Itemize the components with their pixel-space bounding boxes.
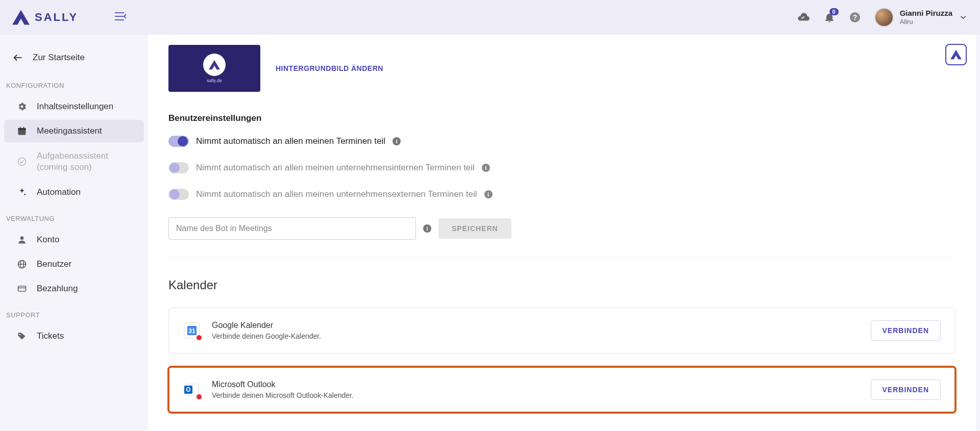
sidebar-item-users[interactable]: Benutzer [4, 253, 144, 275]
sidebar-item-label: Tickets [37, 331, 64, 341]
svg-point-11 [20, 237, 24, 240]
user-name: Gianni Piruzza [900, 9, 952, 18]
sidebar-item-label: Bezahlung [37, 284, 78, 294]
sidebar: Zur Startseite KONFIGURATION Inhaltseins… [0, 35, 148, 431]
sally-logo-icon [12, 10, 30, 25]
back-to-home-link[interactable]: Zur Startseite [0, 45, 148, 70]
sidebar-item-label: Benutzer [37, 259, 71, 269]
back-label: Zur Startseite [33, 53, 85, 63]
svg-text:O: O [186, 386, 190, 393]
main-content: sally.de HINTERGRUNDBILD ÄNDERN Benutzer… [148, 35, 976, 431]
avatar [874, 8, 894, 27]
chevron-down-icon [959, 13, 968, 22]
svg-rect-7 [18, 128, 26, 130]
user-settings-heading: Benutzereinstellungen [168, 113, 955, 123]
sidebar-item-content-settings[interactable]: Inhaltseinstellungen [4, 95, 144, 118]
notifications-button[interactable]: 0 [823, 11, 836, 23]
brand-name: SALLY [35, 11, 78, 24]
sidebar-item-account[interactable]: Konto [4, 229, 144, 251]
check-circle-icon [16, 157, 28, 167]
section-label-support: SUPPORT [0, 302, 148, 323]
globe-icon [16, 259, 28, 269]
background-thumbnail: sally.de [168, 45, 260, 92]
calendar-title: Microsoft Outlook [212, 380, 860, 389]
toggle-row-external-meetings: Nimmt automatisch an allen meinen untern… [168, 189, 955, 200]
sidebar-item-sublabel: (coming soon) [37, 162, 108, 173]
calendar-card-outlook: O Microsoft Outlook Verbinde deinen Micr… [168, 367, 955, 413]
calendar-title: Google Kalender [212, 321, 860, 330]
toggle-label: Nimmt automatisch an allen meinen Termin… [196, 136, 385, 146]
toggle-all-meetings[interactable] [168, 136, 189, 147]
toggle-row-internal-meetings: Nimmt automatisch an allen meinen untern… [168, 162, 955, 173]
sidebar-item-label: Aufgabenassistent [37, 150, 108, 162]
svg-text:31: 31 [188, 327, 195, 335]
toggle-label: Nimmt automatisch an allen meinen untern… [196, 189, 477, 199]
google-calendar-icon: 31 [183, 322, 201, 339]
sidebar-collapse-button[interactable] [115, 12, 126, 23]
arrow-left-icon [12, 52, 23, 63]
svg-text:?: ? [852, 13, 857, 21]
topbar: SALLY 0 ? Gianni Piruzza Aliru [0, 0, 980, 35]
sidebar-item-label: Inhaltseinstellungen [37, 102, 113, 112]
section-label-admin: VERWALTUNG [0, 206, 148, 226]
toggle-external-meetings[interactable] [168, 189, 189, 200]
sidebar-item-tickets[interactable]: Tickets [4, 325, 144, 347]
toggle-internal-meetings[interactable] [168, 162, 189, 173]
sidebar-item-automation[interactable]: Automation [4, 181, 144, 204]
gear-icon [16, 102, 28, 112]
connect-google-button[interactable]: VERBINDEN [871, 320, 941, 341]
sidebar-item-label: Meetingassistent [37, 126, 102, 136]
save-button[interactable]: SPEICHERN [438, 218, 511, 239]
tag-icon [16, 331, 28, 341]
bot-name-input[interactable] [168, 217, 416, 240]
sidebar-item-task-assistant: Aufgabenassistent (coming soon) [4, 144, 144, 179]
calendar-heading: Kalender [168, 278, 955, 292]
person-icon [16, 235, 28, 245]
svg-point-17 [19, 334, 21, 336]
sidebar-item-label: Konto [37, 235, 59, 245]
toggle-row-all-meetings: Nimmt automatisch an allen meinen Termin… [168, 136, 955, 147]
sally-logo-icon [950, 49, 962, 60]
svg-point-10 [18, 158, 26, 166]
sidebar-item-label: Automation [37, 187, 81, 197]
svg-rect-9 [23, 127, 24, 129]
thumbnail-caption: sally.de [207, 78, 222, 83]
toggle-label: Nimmt automatisch an allen meinen untern… [196, 163, 475, 173]
calendar-description: Verbinde deinen Google-Kalender. [212, 332, 860, 340]
connect-outlook-button[interactable]: VERBINDEN [871, 379, 941, 400]
outlook-icon: O [183, 381, 201, 398]
credit-card-icon [16, 284, 28, 294]
sidebar-item-billing[interactable]: Bezahlung [4, 277, 144, 300]
sally-logo-icon [209, 60, 220, 70]
section-label-config: KONFIGURATION [0, 72, 148, 93]
sidebar-item-meeting-assistant[interactable]: Meetingassistent [4, 120, 144, 142]
change-background-link[interactable]: HINTERGRUNDBILD ÄNDERN [276, 64, 383, 72]
info-icon[interactable]: i [393, 137, 401, 145]
user-menu[interactable]: Gianni Piruzza Aliru [874, 8, 968, 27]
sparkle-icon [16, 187, 28, 197]
info-icon[interactable]: i [423, 224, 431, 233]
notifications-count-badge: 0 [829, 8, 839, 15]
cloud-status-icon[interactable] [797, 11, 810, 24]
calendar-card-google: 31 Google Kalender Verbinde deinen Googl… [168, 308, 955, 353]
calendar-icon [16, 126, 28, 136]
calendar-description: Verbinde deinen Microsoft Outlook-Kalend… [212, 391, 860, 399]
floating-brand-badge[interactable] [945, 44, 967, 65]
svg-rect-15 [18, 286, 26, 291]
info-icon[interactable]: i [482, 164, 490, 172]
brand-logo[interactable]: SALLY [12, 10, 78, 25]
svg-rect-8 [20, 127, 21, 129]
info-icon[interactable]: i [484, 190, 493, 198]
user-org: Aliru [900, 18, 952, 26]
help-button[interactable]: ? [849, 11, 861, 23]
